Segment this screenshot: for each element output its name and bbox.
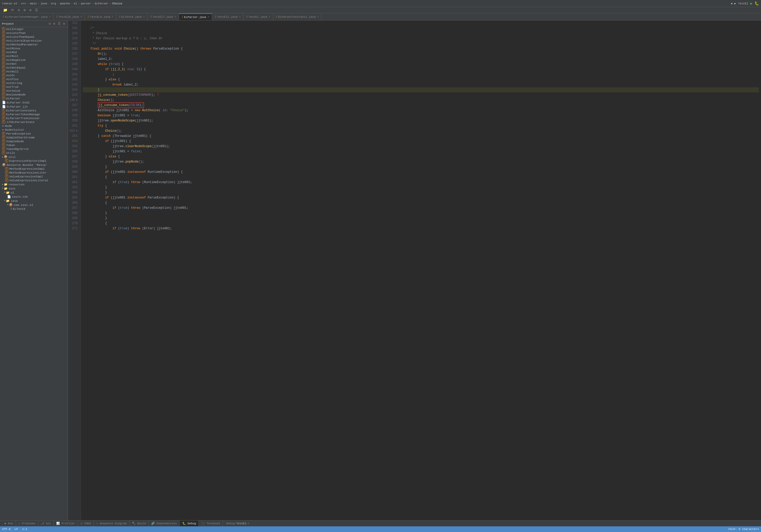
bottom-tab-profiler[interactable]: 📊 Profiler: [54, 520, 78, 527]
close-icon[interactable]: ×: [143, 15, 145, 18]
sidebar-item-token[interactable]: CToken: [0, 143, 68, 147]
bottom-tab-todo[interactable]: ☑ TODO: [78, 520, 94, 527]
breadcrumb-src[interactable]: src: [21, 2, 26, 5]
sidebar-item-elparsertreeconstar[interactable]: CELParserTreeConstar: [0, 116, 68, 120]
sidebar-item-test4-tsh[interactable]: 📄test4.tsh: [0, 195, 68, 199]
close-icon[interactable]: ×: [269, 15, 270, 18]
breadcrumb-elparser[interactable]: ELParser: [95, 2, 108, 5]
sidebar-item-astmod[interactable]: CAstMod: [0, 50, 68, 54]
run-button[interactable]: ▶: [750, 1, 752, 6]
code-area[interactable]: 231 232 233 234 235 236 237 238 239 240 …: [68, 21, 761, 520]
sidebar-item-astvalue[interactable]: CAstValue: [0, 89, 68, 93]
sidebar-item-astnoteequal[interactable]: CAstNotEqual: [0, 66, 68, 70]
tab-testel9[interactable]: J TestEL9.java ×: [85, 13, 116, 20]
sidebar-item-util-folder[interactable]: ▶📦util: [0, 155, 68, 159]
project-selector[interactable]: TestEl: [738, 2, 748, 5]
sidebar-item-node[interactable]: ●Node: [0, 124, 68, 128]
sidebar-item-el[interactable]: ▼📁el: [0, 191, 68, 195]
sidebar-tool-3[interactable]: ☰: [57, 22, 61, 26]
tab-testei[interactable]: J TestEi.java ×: [243, 13, 273, 20]
sidebar-item-elparser-jjt[interactable]: 📄ELParser.jjt: [0, 104, 68, 109]
sidebar-item-eltest8-class[interactable]: JELTest8: [0, 207, 68, 211]
sidebar-item-astinteger[interactable]: CAstInteger: [0, 27, 68, 31]
sidebar-item-aststring[interactable]: CAstString: [0, 81, 68, 85]
bottom-tab-build[interactable]: 🔨 Build: [129, 520, 149, 527]
collapse-icon[interactable]: ⊟: [17, 8, 21, 13]
tab-elparser-token-manager[interactable]: J ELParserTokenManager.java ×: [0, 13, 53, 20]
nav-forward-icon[interactable]: ▶: [734, 2, 736, 5]
sidebar-tool-gear[interactable]: ⚙: [62, 22, 66, 26]
bottom-tab-sequence[interactable]: ⋯ Sequence Diagram: [94, 520, 130, 527]
sidebar-item-astor[interactable]: CAstOr: [0, 74, 68, 77]
sidebar-item-expressionfactoryimpl[interactable]: CExpressionFactoryImpl: [0, 159, 68, 163]
sidebar-item-simplecharstream[interactable]: CSimpleCharStream: [0, 136, 68, 140]
sidebar-item-astliteralexpression[interactable]: CAstLiteralExpression: [0, 39, 68, 43]
sidebar-item-com-test-el[interactable]: ▼📦com.test.el: [0, 203, 68, 207]
sidebar-item-jjtelparserstate[interactable]: CJJTELParserState: [0, 120, 68, 124]
debug-button[interactable]: 🐛: [755, 1, 759, 6]
tab-testel8[interactable]: J TestEl8.java ×: [53, 13, 85, 20]
breadcrumb-parser[interactable]: parser: [81, 2, 91, 5]
sidebar-item-nodevisitor[interactable]: ●NodeVisitor: [0, 128, 68, 132]
sidebar-item-astminus[interactable]: CAstMinus: [0, 46, 68, 50]
breadcrumb-apache[interactable]: apache: [60, 2, 70, 5]
bottom-tab-debug[interactable]: 🐛 Debug: [180, 520, 199, 527]
sidebar-item-astlessthan[interactable]: CAstLessThan: [0, 31, 68, 35]
sidebar-item-astmult[interactable]: CAstMult: [0, 54, 68, 58]
sidebar-tool-1[interactable]: ⊟: [48, 22, 51, 26]
close-icon[interactable]: ×: [112, 15, 113, 18]
bottom-tab-dependencies[interactable]: 🔗 Dependencies: [149, 520, 180, 527]
sidebar-item-simplenode[interactable]: CSimpleNode: [0, 140, 68, 143]
sidebar-item-elparser-html[interactable]: 📄ELParser.html: [0, 100, 68, 104]
gear-icon[interactable]: ☰: [34, 8, 39, 13]
tab-testel2[interactable]: J TestEl2.java ×: [212, 13, 243, 20]
breadcrumb-tomcat[interactable]: tomcat-el: [2, 2, 17, 5]
sidebar-item-astmethodparameter[interactable]: CAstMethodParameter: [0, 43, 68, 46]
sync-icon[interactable]: ⟳: [10, 8, 15, 13]
tab-eltest8[interactable]: J ELTest8.java ×: [116, 13, 147, 20]
sidebar-item-elparser[interactable]: CELParser: [0, 96, 68, 100]
close-icon[interactable]: ×: [317, 15, 319, 18]
breadcrumb-main[interactable]: main: [30, 2, 36, 5]
breadcrumb-org[interactable]: org: [51, 2, 56, 5]
sidebar-item-astnegative[interactable]: CAstNegative: [0, 58, 68, 62]
sidebar-item-elparsertokenmanager[interactable]: CELParserTokenManage: [0, 112, 68, 116]
sidebar-item-valueexpressionimpl[interactable]: CValueExpressionImpl: [0, 175, 68, 178]
debug-close[interactable]: ×: [248, 522, 249, 525]
tab-elparser[interactable]: J ELParser.java ×: [179, 13, 212, 20]
nav-back-icon[interactable]: ◀: [731, 2, 732, 5]
bottom-tab-problems[interactable]: ⚠ Problems: [16, 520, 38, 527]
close-icon[interactable]: ×: [80, 15, 82, 18]
breadcrumb-el[interactable]: el: [74, 2, 77, 5]
expand-icon[interactable]: ⊞: [22, 8, 27, 13]
close-icon[interactable]: ×: [49, 15, 51, 18]
code-lines[interactable]: /* * Choice * For Choice markup a ? b : …: [81, 21, 761, 520]
sidebar-item-astnot[interactable]: CAstNot: [0, 62, 68, 66]
sidebar-item-astnull[interactable]: CAstNull: [0, 70, 68, 74]
sidebar-item-astlessthanequal[interactable]: CAstLessThanEqual: [0, 35, 68, 39]
breadcrumb-java[interactable]: java: [40, 2, 47, 5]
sidebar-item-tokenmgrerror[interactable]: CTokenMgrError: [0, 147, 68, 151]
settings-icon[interactable]: ⚙: [28, 8, 32, 13]
bottom-tab-git[interactable]: ⎇ Git: [38, 520, 54, 527]
close-icon[interactable]: ×: [175, 15, 176, 18]
sidebar-item-asttrue[interactable]: CAstTrue: [0, 85, 68, 89]
bottom-tab-terminal[interactable]: ⬛ Terminal: [199, 520, 223, 527]
sidebar-item-valueexpressionliteral[interactable]: CValueExpressionLiteral: [0, 178, 68, 182]
close-icon[interactable]: ×: [208, 16, 209, 19]
sidebar-item-elparserconstants[interactable]: CELParserConstants: [0, 109, 68, 112]
sidebar-item-resourcebundle[interactable]: 📦Resource Bundle 'Messa': [0, 163, 68, 167]
sidebar-item-booleannode[interactable]: CBooleanNode: [0, 93, 68, 96]
bottom-tab-run[interactable]: ▶ Run: [2, 520, 16, 527]
sidebar-item-methodexpressionimpl[interactable]: CMethodExpressionImpl: [0, 167, 68, 171]
sidebar-item-java[interactable]: ▼📁java: [0, 199, 68, 203]
sidebar-item-methodexpressionliter[interactable]: CMethodExpressionLiter: [0, 171, 68, 175]
tab-elparserconstants[interactable]: J ELParserConstants.java ×: [273, 13, 322, 20]
sidebar-item-test[interactable]: ▼📁test: [0, 186, 68, 191]
sidebar-item-resources[interactable]: ▶📁resources: [0, 182, 68, 186]
sidebar-tool-2[interactable]: ⊞: [53, 22, 56, 26]
close-icon[interactable]: ×: [239, 15, 241, 18]
tab-testel7[interactable]: J TestEl7.java ×: [147, 13, 179, 20]
sidebar-item-utils[interactable]: CUtils: [0, 151, 68, 155]
sidebar-item-astplus[interactable]: CAstPlus: [0, 77, 68, 81]
